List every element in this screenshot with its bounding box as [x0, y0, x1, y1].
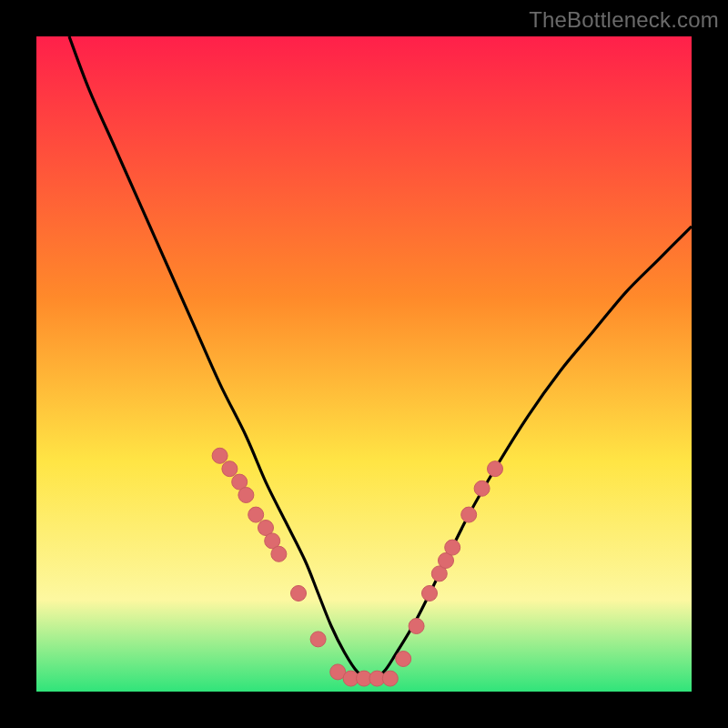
highlight-dot: [222, 461, 238, 477]
highlight-dot: [238, 488, 254, 503]
highlight-dot: [271, 546, 287, 561]
highlight-dot: [409, 619, 424, 634]
watermark-label: TheBottleneck.com: [529, 7, 719, 33]
highlight-dot: [291, 586, 307, 602]
outer-frame: TheBottleneck.com: [0, 0, 728, 728]
highlight-dot: [382, 671, 398, 686]
highlight-dot: [422, 586, 438, 602]
highlight-dot: [248, 507, 264, 522]
highlight-dot: [474, 480, 490, 496]
plot-area: [36, 36, 692, 692]
highlight-dot: [461, 507, 477, 522]
highlight-dot: [488, 461, 503, 477]
highlight-dot: [212, 448, 228, 463]
highlight-dot: [396, 652, 411, 667]
gradient-background: [36, 36, 692, 692]
highlight-dot: [310, 632, 326, 647]
chart-svg: [36, 36, 692, 692]
highlight-dot: [445, 540, 460, 555]
